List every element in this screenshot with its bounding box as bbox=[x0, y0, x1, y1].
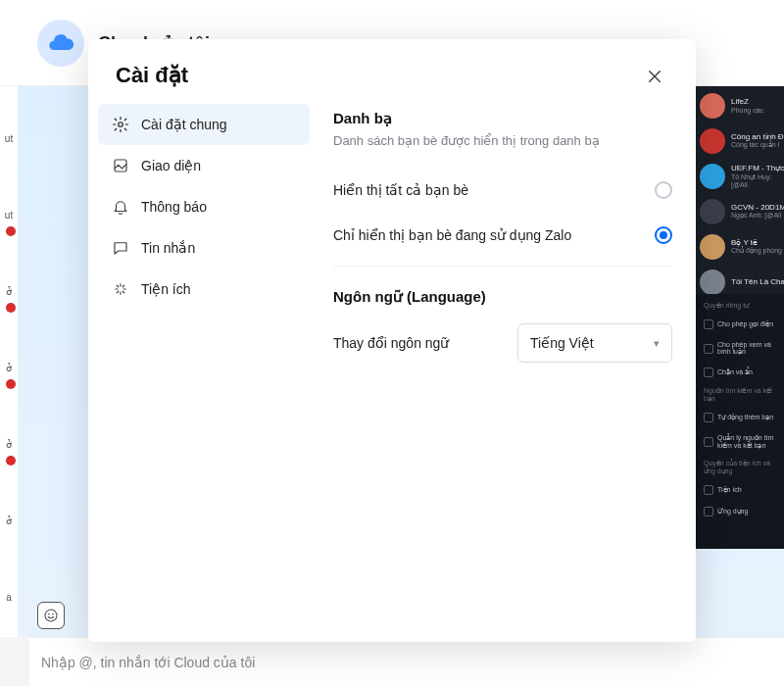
modal-overlay: Cài đặt Cài đặt chung Giao diện Thông bá… bbox=[0, 0, 784, 686]
section-title-language: Ngôn ngữ (Language) bbox=[333, 284, 672, 306]
radio-icon bbox=[655, 226, 672, 244]
settings-content: Danh bạ Danh sách bạn bè được hiển thị t… bbox=[319, 102, 696, 642]
section-description: Danh sách bạn bè được hiển thị trong dan… bbox=[333, 133, 672, 148]
sidebar-item-label: Giao diện bbox=[141, 158, 201, 173]
message-icon bbox=[112, 239, 129, 257]
section-title-contacts: Danh bạ bbox=[333, 106, 672, 127]
language-select[interactable]: Tiếng Việt ▾ bbox=[517, 323, 672, 363]
sparkle-icon bbox=[112, 280, 129, 298]
sidebar-item-label: Cài đặt chung bbox=[141, 117, 227, 132]
sidebar-item-label: Tin nhắn bbox=[141, 240, 195, 256]
sidebar-item-general[interactable]: Cài đặt chung bbox=[98, 104, 310, 145]
modal-title: Cài đặt bbox=[116, 63, 188, 88]
radio-option-show-zalo-only[interactable]: Chỉ hiển thị bạn bè đang sử dụng Zalo bbox=[333, 213, 672, 258]
settings-modal: Cài đặt Cài đặt chung Giao diện Thông bá… bbox=[88, 39, 696, 642]
close-icon bbox=[646, 68, 663, 85]
settings-sidebar: Cài đặt chung Giao diện Thông báo Tin nh… bbox=[88, 102, 319, 642]
sidebar-item-notifications[interactable]: Thông báo bbox=[98, 186, 310, 227]
chevron-down-icon: ▾ bbox=[654, 337, 660, 350]
language-label: Thay đổi ngôn ngữ bbox=[333, 335, 449, 351]
sidebar-item-utilities[interactable]: Tiện ích bbox=[98, 269, 310, 310]
brush-icon bbox=[112, 157, 129, 174]
close-button[interactable] bbox=[641, 63, 668, 90]
radio-icon bbox=[655, 181, 672, 199]
sidebar-item-appearance[interactable]: Giao diện bbox=[98, 145, 310, 186]
svg-point-3 bbox=[119, 122, 123, 127]
bell-icon bbox=[112, 198, 129, 216]
language-value: Tiếng Việt bbox=[530, 335, 594, 351]
divider bbox=[333, 266, 672, 267]
radio-label: Hiển thị tất cả bạn bè bbox=[333, 182, 468, 198]
radio-option-show-all[interactable]: Hiển thị tất cả bạn bè bbox=[333, 168, 672, 213]
radio-label: Chỉ hiển thị bạn bè đang sử dụng Zalo bbox=[333, 227, 571, 243]
sidebar-item-messages[interactable]: Tin nhắn bbox=[98, 227, 310, 269]
gear-icon bbox=[112, 116, 129, 133]
sidebar-item-label: Tiện ích bbox=[141, 281, 191, 297]
sidebar-item-label: Thông báo bbox=[141, 199, 207, 215]
